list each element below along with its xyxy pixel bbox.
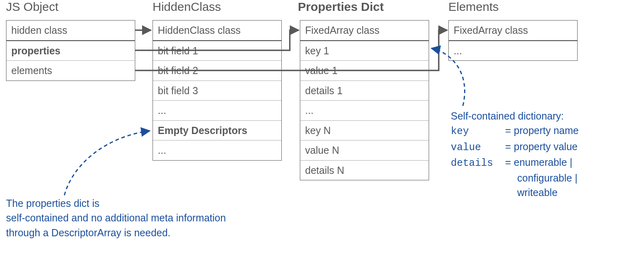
annot-right-l0: Self-contained dictionary: — [451, 109, 579, 123]
title-jsobject: JS Object — [6, 0, 58, 14]
annot-right-l5: writeable — [451, 185, 579, 200]
annot-right-l1: key= property name — [451, 123, 579, 139]
hiddenclass-cell-bit2: bit field 2 — [153, 61, 281, 81]
arrow-annot-left-to-emptydesc — [64, 131, 150, 195]
propdict-cell-header: FixedArray class — [300, 21, 429, 41]
annot-left-l3: through a DescriptorArray is needed. — [6, 225, 226, 240]
annot-right-l3: details= enumerable | — [451, 155, 579, 171]
box-propdict: FixedArray class key 1 value 1 details 1… — [300, 20, 429, 180]
propdict-cell-vN: value N — [300, 140, 429, 161]
annot-left-l1: The properties dict is — [6, 196, 226, 211]
propdict-cell-v1: value 1 — [300, 61, 429, 81]
annotation-right: Self-contained dictionary: key= property… — [451, 109, 579, 200]
jsobject-cell-properties: properties — [6, 41, 135, 61]
elements-cell-header: FixedArray class — [449, 21, 577, 41]
hiddenclass-cell-emptydesc: Empty Descriptors — [153, 121, 281, 141]
box-elements: FixedArray class ... — [448, 20, 578, 61]
hiddenclass-cell-dots1: ... — [153, 101, 281, 121]
jsobject-cell-elements: elements — [6, 61, 135, 81]
annot-right-l4: configurable | — [451, 171, 579, 185]
propdict-cell-d1: details 1 — [300, 81, 429, 101]
propdict-cell-dN: details N — [300, 161, 429, 180]
propdict-cell-k1: key 1 — [300, 41, 429, 61]
propdict-cell-dots: ... — [300, 101, 429, 121]
title-hiddenclass: HiddenClass — [153, 0, 221, 14]
box-hiddenclass: HiddenClass class bit field 1 bit field … — [153, 20, 282, 161]
title-propdict: Properties Dict — [298, 0, 384, 14]
elements-cell-dots: ... — [449, 41, 577, 61]
propdict-cell-kN: key N — [300, 121, 429, 141]
hiddenclass-cell-header: HiddenClass class — [153, 21, 281, 41]
annotation-left: The properties dict is self-contained an… — [6, 196, 226, 240]
title-elements: Elements — [448, 0, 499, 14]
annot-right-l2: value= property value — [451, 139, 579, 155]
hiddenclass-cell-dots2: ... — [153, 140, 281, 160]
annot-left-l2: self-contained and no additional meta in… — [6, 211, 226, 225]
box-jsobject: hidden class properties elements — [6, 20, 135, 81]
hiddenclass-cell-bit1: bit field 1 — [153, 41, 281, 61]
jsobject-cell-hiddenclass: hidden class — [6, 21, 135, 41]
hiddenclass-cell-bit3: bit field 3 — [153, 81, 281, 101]
